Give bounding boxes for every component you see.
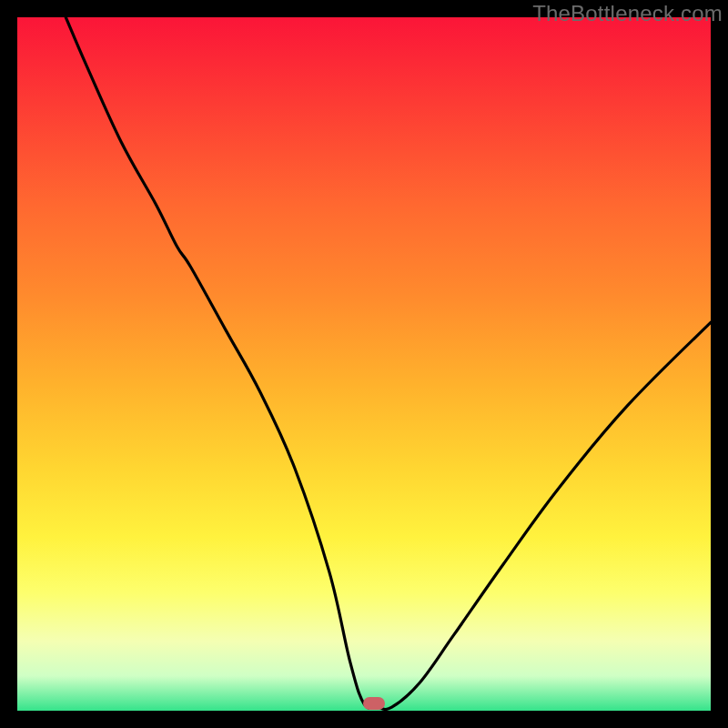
chart-frame: TheBottleneck.com <box>0 0 728 728</box>
plot-area <box>17 17 711 711</box>
bottleneck-curve <box>17 17 711 711</box>
watermark-text: TheBottleneck.com <box>532 1 723 26</box>
optimal-point-marker <box>363 697 385 710</box>
curve-path <box>66 17 711 709</box>
